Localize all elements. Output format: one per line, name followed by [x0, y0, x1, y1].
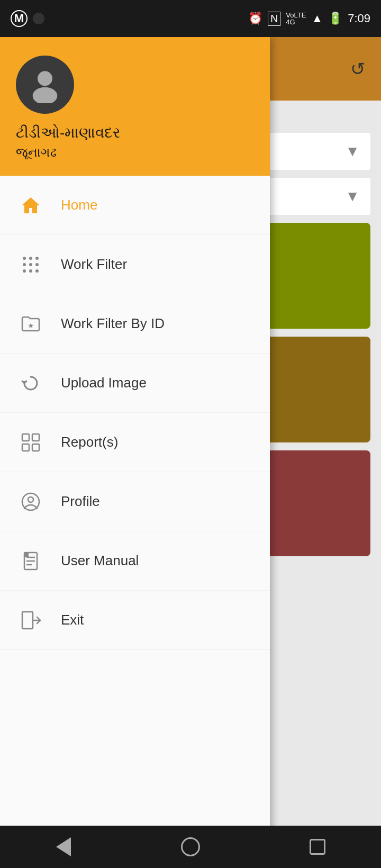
drawer-header: ટીડીઓ-માણાવદર જૂનાગઢ — [0, 37, 270, 176]
svg-text:★: ★ — [27, 321, 34, 330]
status-bar: M ⏰ N VoLTE 4G ▲ 🔋 7:09 — [0, 0, 381, 37]
signal-icon: ▲ — [311, 12, 323, 25]
exit-icon — [16, 605, 45, 635]
sidebar-item-work-filter-by-id-label: Work Filter By ID — [61, 315, 165, 332]
notification-dot — [33, 13, 44, 24]
file-list-icon — [16, 546, 45, 575]
clock-icon: ⏰ — [248, 12, 262, 25]
svg-point-7 — [35, 263, 39, 266]
status-time: 7:09 — [348, 12, 370, 25]
back-icon — [56, 837, 71, 856]
svg-rect-15 — [32, 444, 39, 451]
sidebar-item-reports-label: Report(s) — [61, 434, 118, 450]
back-button[interactable] — [48, 836, 79, 857]
svg-rect-22 — [24, 553, 29, 557]
home-button[interactable] — [175, 836, 206, 857]
sidebar-item-user-manual-label: User Manual — [61, 553, 139, 569]
svg-point-5 — [23, 263, 26, 266]
volte-icon: VoLTE 4G — [286, 12, 306, 25]
sidebar-item-upload-image-label: Upload Image — [61, 375, 147, 391]
bottom-nav-bar — [0, 826, 381, 868]
navigation-drawer: ટીડીઓ-માણાવદર જૂનાગઢ Home — [0, 37, 270, 868]
folder-star-icon: ★ — [16, 309, 45, 338]
grid-4-icon — [16, 428, 45, 457]
status-left: M — [11, 10, 44, 27]
recents-icon — [310, 839, 325, 855]
svg-point-6 — [29, 263, 32, 266]
drawer-menu: Home Work Fil — [0, 176, 270, 868]
svg-point-0 — [38, 71, 52, 86]
user-location: જૂનાગઢ — [16, 145, 254, 160]
avatar — [16, 56, 74, 114]
home-icon — [16, 191, 45, 220]
sidebar-item-reports[interactable]: Report(s) — [0, 413, 270, 472]
sidebar-item-home[interactable]: Home — [0, 176, 270, 235]
svg-point-10 — [35, 269, 39, 273]
svg-point-17 — [28, 497, 33, 502]
sidebar-item-work-filter[interactable]: Work Filter — [0, 235, 270, 294]
sidebar-item-work-filter-by-id[interactable]: ★ Work Filter By ID — [0, 294, 270, 354]
svg-rect-13 — [32, 434, 39, 441]
svg-point-1 — [33, 87, 58, 103]
recents-button[interactable] — [302, 836, 333, 857]
sidebar-item-work-filter-label: Work Filter — [61, 256, 127, 273]
person-circle-icon — [16, 487, 45, 516]
svg-rect-12 — [22, 434, 29, 441]
home-nav-icon — [181, 837, 200, 856]
status-right: ⏰ N VoLTE 4G ▲ 🔋 7:09 — [248, 12, 370, 26]
sidebar-item-profile[interactable]: Profile — [0, 472, 270, 531]
svg-point-8 — [23, 269, 26, 273]
sidebar-item-profile-label: Profile — [61, 493, 100, 510]
sidebar-item-upload-image[interactable]: Upload Image — [0, 354, 270, 413]
network-n-icon: N — [268, 12, 280, 26]
sidebar-item-exit[interactable]: Exit — [0, 591, 270, 650]
refresh-icon — [16, 368, 45, 397]
sidebar-item-home-label: Home — [61, 197, 97, 213]
svg-point-3 — [29, 257, 32, 260]
svg-point-9 — [29, 269, 32, 273]
svg-rect-14 — [22, 444, 29, 451]
drawer-overlay: ટીડીઓ-માણાવદર જૂનાગઢ Home — [0, 37, 381, 868]
svg-point-2 — [23, 257, 26, 260]
svg-rect-23 — [22, 612, 33, 629]
user-name: ટીડીઓ-માણાવદર — [16, 124, 254, 142]
battery-icon: 🔋 — [328, 12, 342, 25]
svg-point-4 — [35, 257, 39, 260]
carrier-m-icon: M — [11, 10, 28, 27]
sidebar-item-user-manual[interactable]: User Manual — [0, 531, 270, 591]
avatar-icon — [26, 66, 64, 103]
grid-dots-icon — [16, 250, 45, 279]
sidebar-item-exit-label: Exit — [61, 612, 84, 628]
